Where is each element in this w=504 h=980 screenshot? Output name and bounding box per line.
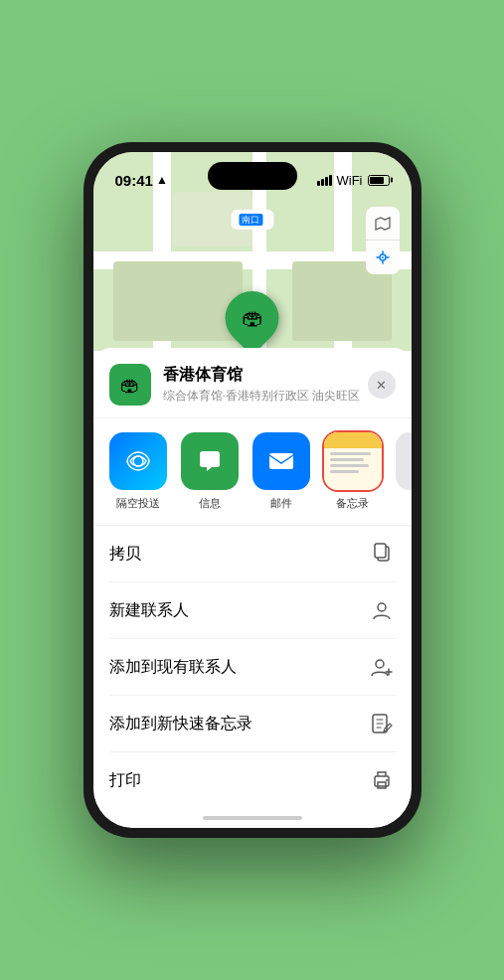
copy-label: 拷贝 xyxy=(109,544,141,565)
status-icons: WiFi xyxy=(317,173,390,188)
action-new-contact[interactable]: 新建联系人 xyxy=(109,582,396,639)
new-contact-icon xyxy=(368,596,396,624)
svg-rect-5 xyxy=(375,544,386,558)
action-add-note[interactable]: 添加到新快速备忘录 xyxy=(109,696,396,752)
share-item-airdrop[interactable]: 隔空投送 xyxy=(109,432,167,511)
dynamic-island xyxy=(208,162,297,190)
new-contact-label: 新建联系人 xyxy=(109,600,189,621)
bottom-sheet: 🏟 香港体育馆 综合体育馆·香港特别行政区 油尖旺区 ✕ xyxy=(93,348,412,828)
add-note-label: 添加到新快速备忘录 xyxy=(109,714,252,735)
copy-icon xyxy=(368,540,396,568)
action-add-existing[interactable]: 添加到现有联系人 xyxy=(109,639,396,696)
more-icon-wrap xyxy=(396,432,412,490)
notes-line-2 xyxy=(330,458,365,461)
notes-line-4 xyxy=(330,470,360,473)
action-list: 拷贝 新建联系人 xyxy=(93,526,412,808)
airdrop-label: 隔空投送 xyxy=(116,496,160,511)
notes-icon-inner xyxy=(324,432,382,490)
action-print[interactable]: 打印 xyxy=(109,752,396,808)
close-button[interactable]: ✕ xyxy=(368,371,396,399)
location-label: 南口 xyxy=(231,210,273,230)
share-row: 隔空投送 信息 xyxy=(93,418,412,526)
notes-label: 备忘录 xyxy=(336,496,369,511)
share-item-more[interactable]: 提 xyxy=(396,432,412,511)
share-item-message[interactable]: 信息 xyxy=(181,432,239,511)
map-controls[interactable] xyxy=(366,207,400,274)
venue-subtitle: 综合体育馆·香港特别行政区 油尖旺区 xyxy=(163,388,368,405)
venue-name: 香港体育馆 xyxy=(163,365,368,386)
svg-point-7 xyxy=(376,660,384,668)
share-item-notes[interactable]: 备忘录 xyxy=(324,432,382,511)
action-copy[interactable]: 拷贝 xyxy=(109,526,396,582)
notes-header xyxy=(324,432,382,448)
location-button[interactable] xyxy=(366,241,400,274)
map-view-button[interactable] xyxy=(366,207,400,241)
venue-header: 🏟 香港体育馆 综合体育馆·香港特别行政区 油尖旺区 ✕ xyxy=(93,348,412,418)
notes-line-1 xyxy=(330,452,371,455)
print-icon xyxy=(368,766,396,794)
add-contact-icon xyxy=(368,653,396,681)
notes-line-3 xyxy=(330,464,369,467)
mail-label: 邮件 xyxy=(270,496,292,511)
home-indicator xyxy=(203,816,302,820)
pin-circle: 🏟 xyxy=(214,280,289,356)
print-label: 打印 xyxy=(109,770,141,791)
signal-bars-icon xyxy=(317,175,332,186)
battery-icon xyxy=(368,175,390,186)
notes-icon-wrap xyxy=(324,432,382,490)
stadium-icon: 🏟 xyxy=(242,305,263,331)
share-item-mail[interactable]: 邮件 xyxy=(252,432,310,511)
svg-rect-3 xyxy=(269,453,293,469)
notes-lines xyxy=(324,448,382,477)
wifi-icon: WiFi xyxy=(337,173,363,188)
message-icon-wrap xyxy=(181,432,239,490)
add-existing-label: 添加到现有联系人 xyxy=(109,657,237,678)
status-time: 09:41 xyxy=(115,172,153,189)
quick-note-icon xyxy=(368,710,396,737)
venue-icon: 🏟 xyxy=(109,364,151,406)
svg-rect-9 xyxy=(375,776,389,786)
svg-point-10 xyxy=(386,779,388,781)
mail-icon-wrap xyxy=(252,432,310,490)
phone-screen: 09:41 ▲ WiFi xyxy=(93,152,412,828)
svg-point-1 xyxy=(382,256,384,258)
svg-point-6 xyxy=(378,603,386,611)
venue-info: 香港体育馆 综合体育馆·香港特别行政区 油尖旺区 xyxy=(163,365,368,405)
airdrop-icon xyxy=(109,432,167,490)
phone-frame: 09:41 ▲ WiFi xyxy=(84,142,421,838)
message-label: 信息 xyxy=(199,496,221,511)
location-arrow-icon: ▲ xyxy=(156,173,168,187)
